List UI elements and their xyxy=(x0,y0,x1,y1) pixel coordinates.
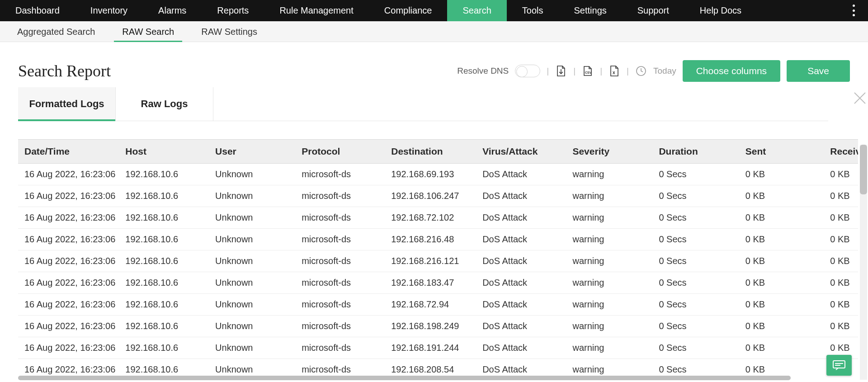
clock-icon[interactable] xyxy=(635,65,647,77)
horizontal-scrollbar[interactable] xyxy=(18,376,858,380)
cell-sent: 0 KB xyxy=(739,207,824,229)
top-nav: DashboardInventoryAlarmsReportsRule Mana… xyxy=(0,0,868,21)
cell-host: 192.168.10.6 xyxy=(119,207,209,229)
log-table-wrap[interactable]: Date/TimeHostUserProtocolDestinationViru… xyxy=(18,139,858,379)
table-row[interactable]: 16 Aug 2022, 16:23:06192.168.10.6Unknown… xyxy=(18,272,858,294)
nav-item-alarms[interactable]: Alarms xyxy=(143,0,202,21)
column-header-severity[interactable]: Severity xyxy=(566,140,652,164)
cell-datetime: 16 Aug 2022, 16:23:06 xyxy=(18,337,119,359)
nav-item-search[interactable]: Search xyxy=(447,0,506,21)
nav-item-compliance[interactable]: Compliance xyxy=(369,0,448,21)
log-table: Date/TimeHostUserProtocolDestinationViru… xyxy=(18,139,858,379)
cell-sent: 0 KB xyxy=(739,229,824,250)
svg-text:CSV: CSV xyxy=(585,71,592,74)
cell-protocol: microsoft-ds xyxy=(295,337,385,359)
separator: | xyxy=(600,66,602,76)
cell-user: Unknown xyxy=(209,294,295,316)
nav-item-tools[interactable]: Tools xyxy=(507,0,559,21)
export-xls-icon[interactable]: x xyxy=(609,65,620,77)
cell-attack: DoS Attack xyxy=(476,164,566,185)
chat-support-button[interactable] xyxy=(826,355,852,376)
separator: | xyxy=(573,66,576,76)
column-header-host[interactable]: Host xyxy=(119,140,209,164)
cell-user: Unknown xyxy=(209,207,295,229)
cell-protocol: microsoft-ds xyxy=(295,272,385,294)
table-row[interactable]: 16 Aug 2022, 16:23:06192.168.10.6Unknown… xyxy=(18,207,858,229)
cell-severity: warning xyxy=(566,316,652,337)
log-tabs-area: Formatted LogsRaw Logs xyxy=(0,82,868,121)
column-header-user[interactable]: User xyxy=(209,140,295,164)
cell-datetime: 16 Aug 2022, 16:23:06 xyxy=(18,207,119,229)
table-row[interactable]: 16 Aug 2022, 16:23:06192.168.10.6Unknown… xyxy=(18,294,858,316)
cell-host: 192.168.10.6 xyxy=(119,316,209,337)
column-header-destination[interactable]: Destination xyxy=(385,140,476,164)
nav-item-settings[interactable]: Settings xyxy=(559,0,622,21)
nav-item-help-docs[interactable]: Help Docs xyxy=(684,0,757,21)
column-header-duration[interactable]: Duration xyxy=(652,140,739,164)
tab-raw-logs[interactable]: Raw Logs xyxy=(116,87,213,121)
cell-severity: warning xyxy=(566,185,652,207)
sub-nav: Aggregated SearchRAW SearchRAW Settings xyxy=(0,21,868,42)
cell-protocol: microsoft-ds xyxy=(295,294,385,316)
nav-item-reports[interactable]: Reports xyxy=(202,0,264,21)
cell-destination: 192.168.198.249 xyxy=(385,316,476,337)
cell-protocol: microsoft-ds xyxy=(295,250,385,272)
cell-host: 192.168.10.6 xyxy=(119,250,209,272)
column-header-sent[interactable]: Sent xyxy=(739,140,824,164)
toolbar: Resolve DNS | | CSV | x | Today Choose c… xyxy=(457,60,850,82)
cell-received: 0 KB xyxy=(824,185,858,207)
nav-item-dashboard[interactable]: Dashboard xyxy=(0,0,75,21)
cell-user: Unknown xyxy=(209,272,295,294)
kebab-menu-icon[interactable] xyxy=(849,5,858,16)
cell-datetime: 16 Aug 2022, 16:23:06 xyxy=(18,250,119,272)
cell-attack: DoS Attack xyxy=(476,250,566,272)
nav-item-inventory[interactable]: Inventory xyxy=(75,0,143,21)
table-row[interactable]: 16 Aug 2022, 16:23:06192.168.10.6Unknown… xyxy=(18,337,858,359)
column-header-virus-attack[interactable]: Virus/Attack xyxy=(476,140,566,164)
table-row[interactable]: 16 Aug 2022, 16:23:06192.168.10.6Unknown… xyxy=(18,164,858,185)
cell-user: Unknown xyxy=(209,229,295,250)
cell-protocol: microsoft-ds xyxy=(295,316,385,337)
resolve-dns-toggle[interactable] xyxy=(515,65,540,77)
table-row[interactable]: 16 Aug 2022, 16:23:06192.168.10.6Unknown… xyxy=(18,316,858,337)
page-title: Search Report xyxy=(18,61,111,80)
cell-user: Unknown xyxy=(209,164,295,185)
column-header-date-time[interactable]: Date/Time xyxy=(18,140,119,164)
cell-datetime: 16 Aug 2022, 16:23:06 xyxy=(18,164,119,185)
cell-protocol: microsoft-ds xyxy=(295,207,385,229)
subnav-item-raw-settings[interactable]: RAW Settings xyxy=(199,21,259,42)
cell-severity: warning xyxy=(566,250,652,272)
table-row[interactable]: 16 Aug 2022, 16:23:06192.168.10.6Unknown… xyxy=(18,185,858,207)
column-header-protocol[interactable]: Protocol xyxy=(295,140,385,164)
vertical-scrollbar[interactable] xyxy=(860,145,867,380)
tab-formatted-logs[interactable]: Formatted Logs xyxy=(18,87,116,121)
cell-host: 192.168.10.6 xyxy=(119,337,209,359)
cell-attack: DoS Attack xyxy=(476,185,566,207)
cell-user: Unknown xyxy=(209,337,295,359)
cell-received: 0 KB xyxy=(824,250,858,272)
cell-destination: 192.168.72.94 xyxy=(385,294,476,316)
cell-attack: DoS Attack xyxy=(476,294,566,316)
column-header-received[interactable]: Received xyxy=(824,140,858,164)
cell-host: 192.168.10.6 xyxy=(119,185,209,207)
cell-received: 0 KB xyxy=(824,164,858,185)
subnav-item-raw-search[interactable]: RAW Search xyxy=(120,21,176,42)
export-csv-icon[interactable]: CSV xyxy=(582,65,594,77)
subnav-item-aggregated-search[interactable]: Aggregated Search xyxy=(15,21,97,42)
save-button[interactable]: Save xyxy=(787,60,850,82)
close-icon[interactable] xyxy=(852,90,868,106)
cell-sent: 0 KB xyxy=(739,316,824,337)
cell-duration: 0 Secs xyxy=(652,337,739,359)
cell-duration: 0 Secs xyxy=(652,229,739,250)
cell-attack: DoS Attack xyxy=(476,207,566,229)
cell-duration: 0 Secs xyxy=(652,250,739,272)
table-row[interactable]: 16 Aug 2022, 16:23:06192.168.10.6Unknown… xyxy=(18,250,858,272)
page-header: Search Report Resolve DNS | | CSV | x | … xyxy=(0,42,868,82)
table-row[interactable]: 16 Aug 2022, 16:23:06192.168.10.6Unknown… xyxy=(18,229,858,250)
cell-severity: warning xyxy=(566,272,652,294)
cell-destination: 192.168.69.193 xyxy=(385,164,476,185)
choose-columns-button[interactable]: Choose columns xyxy=(683,60,780,82)
nav-item-support[interactable]: Support xyxy=(622,0,684,21)
nav-item-rule-management[interactable]: Rule Management xyxy=(264,0,368,21)
export-pdf-icon[interactable] xyxy=(555,65,567,77)
